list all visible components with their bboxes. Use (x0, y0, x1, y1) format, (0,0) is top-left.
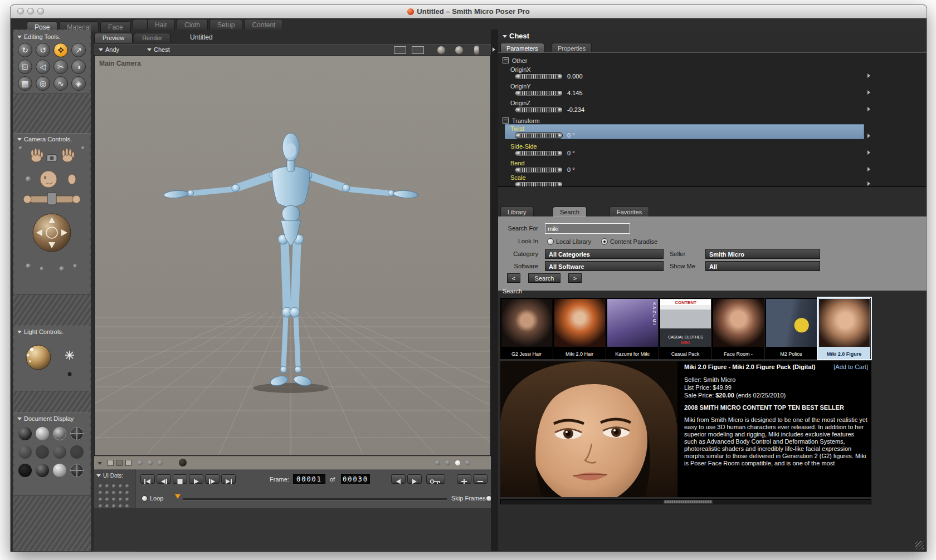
figure-menu[interactable]: Andy (99, 46, 119, 53)
detail-horizontal-scrollbar[interactable] (500, 499, 871, 504)
tab-cloth[interactable]: Cloth (177, 19, 208, 30)
product-image[interactable] (500, 361, 677, 497)
param-menu-arrow-icon[interactable] (867, 181, 870, 186)
tab-library[interactable]: Library (500, 207, 534, 217)
ui-dot[interactable] (125, 484, 129, 488)
ui-dot[interactable] (112, 484, 116, 488)
tab-render[interactable]: Render (134, 33, 170, 43)
search-input[interactable] (545, 223, 630, 234)
ui-dot[interactable] (125, 491, 129, 495)
camera-select-dot[interactable] (465, 460, 470, 465)
display-style-wireframe-button[interactable] (70, 427, 84, 440)
last-frame-button[interactable] (221, 474, 236, 484)
result-casual-pack[interactable]: CONTENT CASUAL CLOTHES MIKI Casual Pack (659, 298, 712, 359)
document-display-disclosure-icon[interactable] (17, 417, 22, 420)
camera-name-label[interactable]: Main Camera (99, 60, 141, 67)
result-m2-police[interactable]: M2 Police (765, 298, 818, 359)
first-frame-button[interactable] (140, 474, 155, 484)
loop-indicator-icon[interactable] (142, 495, 148, 502)
timeline-scrub-track[interactable] (183, 498, 447, 500)
tab-search[interactable]: Search (553, 207, 587, 217)
collapse-group-icon[interactable] (503, 117, 509, 124)
side-side-dial[interactable] (515, 150, 563, 156)
display-style-button[interactable] (36, 464, 49, 477)
result-g2-jessi-hair[interactable]: G2 Jessi Hair (500, 298, 553, 359)
tool-translate-in-out-button[interactable]: ↗ (71, 43, 86, 57)
tab-preview[interactable]: Preview (94, 33, 133, 43)
tracking-fast-button[interactable] (455, 46, 463, 54)
originz-dial[interactable] (515, 107, 563, 113)
ui-dot[interactable] (125, 504, 129, 508)
ui-dot[interactable] (112, 498, 116, 502)
ui-dot[interactable] (119, 491, 123, 495)
result-kazumi-for-miki[interactable]: KAZUMI Kazumi for Miki (606, 298, 659, 359)
display-style-button[interactable] (53, 445, 66, 459)
originx-dial[interactable] (515, 73, 563, 80)
tab-hair[interactable] (133, 19, 148, 30)
ui-dots-disclosure-icon[interactable] (96, 474, 101, 477)
param-menu-arrow-icon[interactable] (867, 90, 870, 95)
camera-select-dot-active[interactable] (455, 460, 460, 465)
param-menu-arrow-icon[interactable] (867, 167, 870, 171)
show-me-dropdown[interactable]: All (705, 261, 820, 271)
software-dropdown[interactable]: All Software (545, 261, 664, 271)
tool-twist-button[interactable]: ↺ (36, 43, 50, 57)
tool-taper-button[interactable]: ◁ (36, 60, 50, 74)
tracking-box-button[interactable] (437, 46, 445, 54)
display-style-lit-wireframe-button[interactable] (36, 427, 49, 440)
category-dropdown[interactable]: All Categories (545, 249, 664, 259)
camera-controls-disclosure-icon[interactable] (17, 138, 22, 141)
search-button[interactable]: Search (528, 273, 560, 283)
tool-translate-pull-button[interactable]: ✥ (53, 43, 68, 57)
display-style-smooth-button[interactable] (53, 427, 66, 440)
previous-keyframe-button[interactable] (391, 474, 406, 484)
display-style-cartoon-button[interactable] (70, 464, 84, 477)
shadow-button[interactable] (412, 46, 424, 54)
ui-dot[interactable] (112, 504, 116, 508)
display-style-button[interactable] (18, 464, 32, 477)
ui-dot[interactable] (99, 491, 103, 495)
collapse-group-icon[interactable] (503, 57, 509, 63)
param-menu-arrow-icon[interactable] (867, 150, 870, 155)
delete-keyframe-button[interactable] (473, 474, 488, 484)
tab-face[interactable]: Face (100, 21, 131, 32)
next-keyframe-button[interactable] (407, 474, 422, 484)
panel-collapse-arrow-icon[interactable] (493, 47, 495, 52)
camera-select-dot[interactable] (435, 460, 440, 465)
editing-tools-disclosure-icon[interactable] (17, 36, 22, 38)
ui-dot[interactable] (99, 498, 103, 502)
param-menu-arrow-icon[interactable] (867, 107, 870, 111)
add-to-cart-link[interactable]: [Add to Cart] (833, 363, 868, 371)
pane-layout-button[interactable] (108, 460, 114, 466)
ui-dot[interactable] (105, 498, 109, 502)
total-frames-field[interactable]: 00030 (341, 474, 370, 484)
light-controls-disclosure-icon[interactable] (17, 331, 22, 333)
tab-favorites[interactable]: Favorites (610, 207, 649, 217)
scale-dial[interactable] (515, 181, 563, 187)
tab-hair[interactable]: Hair (147, 19, 175, 30)
viewport-3d-canvas[interactable] (95, 56, 490, 455)
content-paradise-label[interactable]: Content Paradise (610, 238, 657, 245)
play-button[interactable] (189, 474, 203, 484)
tab-properties[interactable]: Properties (552, 43, 592, 53)
pane-layout-button[interactable] (125, 460, 131, 466)
stop-button[interactable] (173, 474, 187, 484)
tool-color-button[interactable]: ◑ (71, 60, 86, 74)
display-style-button[interactable] (36, 445, 49, 459)
depth-sphere-icon[interactable] (179, 459, 187, 466)
loop-label[interactable]: Loop (150, 495, 163, 502)
ui-dot[interactable] (119, 504, 123, 508)
actor-menu[interactable]: Chest (147, 46, 170, 53)
actor-header[interactable]: Chest (503, 32, 529, 40)
ui-dot[interactable] (112, 491, 116, 495)
skip-frames-label[interactable]: Skip Frames (451, 495, 486, 502)
add-keyframe-button[interactable] (457, 474, 471, 484)
window-resize-grip[interactable] (915, 541, 924, 549)
display-dot-button[interactable] (138, 460, 143, 465)
display-style-texture-button[interactable] (53, 464, 66, 477)
content-paradise-radio[interactable] (601, 238, 608, 245)
display-dot-button[interactable] (158, 460, 163, 465)
tab-setup[interactable]: Setup (209, 19, 242, 30)
tool-scale-button[interactable]: ⊡ (18, 60, 32, 74)
ui-dot[interactable] (105, 504, 109, 508)
